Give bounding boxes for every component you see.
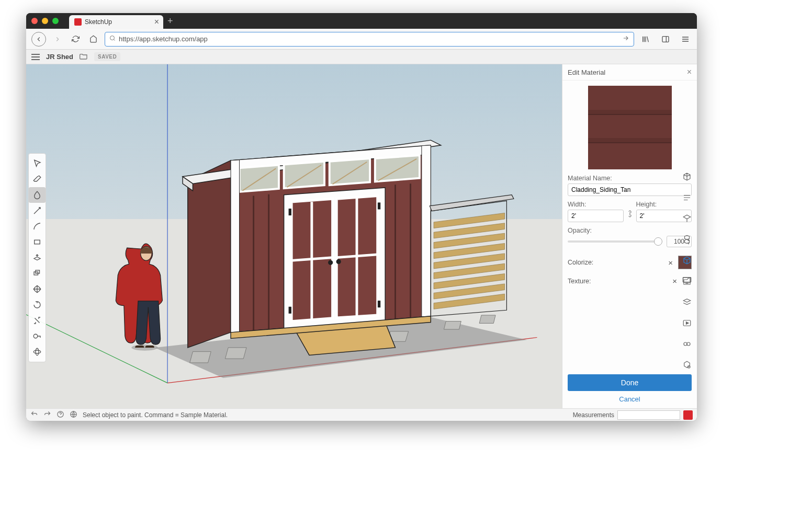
viewport-3d[interactable] — [26, 64, 562, 408]
sketchup-logo-icon — [683, 410, 693, 420]
svg-rect-1 — [662, 36, 669, 42]
offset-tool[interactable] — [29, 266, 46, 281]
back-button[interactable] — [31, 32, 46, 47]
language-icon[interactable] — [70, 410, 77, 420]
window-titlebar: SketchUp × + — [26, 13, 697, 29]
svg-marker-25 — [330, 158, 370, 185]
document-title: JR Shed — [46, 53, 73, 61]
reload-button[interactable] — [69, 33, 82, 45]
done-button[interactable]: Done — [568, 374, 692, 391]
browser-tab[interactable]: SketchUp × — [69, 15, 163, 29]
svg-marker-24 — [284, 162, 324, 188]
sketchup-favicon — [74, 18, 82, 26]
svg-marker-16 — [444, 321, 461, 329]
material-name-label: Material Name: — [568, 175, 692, 182]
cancel-button[interactable]: Cancel — [568, 395, 692, 403]
app-shell: JR Shed SAVED — [26, 50, 697, 421]
url-text: https://app.sketchup.com/app — [119, 35, 622, 43]
materials-tray[interactable] — [679, 252, 695, 268]
scale-tool[interactable] — [29, 313, 46, 328]
model-info-tray[interactable] — [679, 357, 695, 373]
entity-info-tray[interactable] — [679, 169, 695, 185]
texture-reset-icon[interactable]: × — [672, 277, 677, 285]
svg-rect-2 — [35, 240, 40, 244]
colorize-reset-icon[interactable]: × — [668, 258, 673, 267]
material-name-input[interactable] — [568, 183, 692, 196]
status-bar: Select object to paint. Command = Sample… — [26, 408, 697, 421]
measurements-label: Measurements — [573, 411, 614, 419]
shape-tool[interactable] — [29, 234, 46, 250]
texture-label: Texture: — [568, 278, 591, 285]
main-area: Edit Material × Material Name: — [26, 64, 697, 408]
tape-tool[interactable] — [29, 328, 46, 344]
instructor-tray[interactable] — [679, 190, 695, 205]
forward-button[interactable] — [51, 33, 64, 45]
right-toolbar — [679, 169, 695, 373]
panel-body: Material Name: Width: Height: — [562, 81, 697, 369]
svg-marker-53 — [430, 195, 514, 211]
panel-footer: Done Cancel — [562, 369, 697, 408]
folder-icon[interactable] — [80, 52, 88, 62]
outliner-tray[interactable] — [679, 232, 695, 247]
svg-marker-12 — [190, 352, 211, 363]
close-window-button[interactable] — [31, 18, 38, 24]
orbit-tool[interactable] — [29, 344, 46, 360]
minimize-window-button[interactable] — [42, 18, 48, 24]
measurements-input[interactable] — [617, 410, 680, 420]
library-icon[interactable] — [639, 33, 652, 45]
display-tray[interactable] — [679, 336, 695, 352]
svg-rect-44 — [289, 209, 291, 215]
redo-icon[interactable] — [43, 410, 51, 420]
svg-rect-45 — [289, 307, 291, 313]
layers-tray[interactable] — [679, 294, 695, 310]
link-dimensions-icon[interactable] — [627, 209, 633, 220]
svg-marker-32 — [422, 145, 431, 317]
close-tab-icon[interactable]: × — [154, 17, 159, 27]
styles-tray[interactable] — [679, 273, 695, 289]
eraser-tool[interactable] — [29, 171, 46, 187]
svg-point-5 — [33, 334, 38, 338]
tab-title: SketchUp — [85, 18, 112, 26]
help-icon[interactable] — [57, 410, 64, 420]
arc-tool[interactable] — [29, 219, 46, 234]
svg-point-6 — [33, 350, 41, 353]
go-icon[interactable] — [622, 35, 629, 44]
traffic-lights — [31, 18, 59, 24]
paint-tool[interactable] — [29, 187, 46, 203]
opacity-slider-thumb[interactable] — [654, 237, 662, 246]
line-tool[interactable] — [29, 203, 46, 219]
saved-badge: SAVED — [94, 52, 120, 61]
svg-rect-47 — [378, 301, 380, 307]
opacity-slider[interactable] — [568, 240, 662, 243]
svg-marker-17 — [479, 315, 495, 323]
sidebar-icon[interactable] — [659, 33, 672, 45]
menu-icon[interactable] — [679, 33, 692, 45]
move-tool[interactable] — [29, 281, 46, 297]
status-hint: Select object to paint. Command = Sample… — [83, 411, 228, 419]
url-bar[interactable]: https://app.sketchup.com/app — [105, 32, 634, 47]
svg-point-7 — [36, 348, 39, 355]
svg-rect-46 — [378, 203, 380, 209]
browser-window: SketchUp × + https://app.sketchup.com/ap… — [26, 13, 697, 421]
new-tab-button[interactable]: + — [167, 16, 173, 27]
scenes-tray[interactable] — [679, 315, 695, 331]
panel-close-icon[interactable]: × — [687, 67, 692, 77]
panel-title: Edit Material — [568, 68, 605, 76]
components-tray[interactable] — [679, 211, 695, 226]
svg-point-48 — [329, 260, 333, 265]
select-tool[interactable] — [29, 156, 46, 171]
maximize-window-button[interactable] — [52, 18, 59, 24]
left-toolbar — [28, 153, 46, 362]
svg-marker-18 — [188, 160, 231, 348]
scale-figure — [116, 244, 162, 351]
rotate-tool[interactable] — [29, 297, 46, 313]
home-button[interactable] — [87, 33, 99, 45]
svg-marker-26 — [375, 155, 420, 181]
svg-point-49 — [336, 260, 341, 264]
width-input[interactable] — [568, 210, 624, 222]
undo-icon[interactable] — [30, 410, 38, 420]
pushpull-tool[interactable] — [29, 250, 46, 266]
svg-marker-31 — [231, 160, 239, 332]
app-menu-button[interactable] — [31, 54, 40, 60]
browser-right-icons — [639, 33, 692, 45]
